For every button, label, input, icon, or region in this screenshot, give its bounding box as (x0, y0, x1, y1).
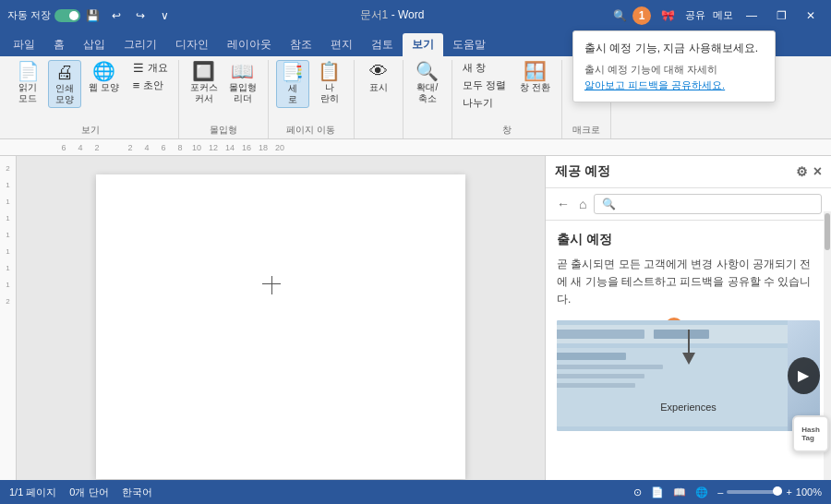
document-area[interactable] (17, 156, 545, 480)
zoom-plus-btn[interactable]: + (786, 486, 791, 498)
close-btn[interactable]: ✕ (798, 6, 824, 25)
ruler-tick: 20 (271, 143, 288, 152)
panel-back-btn[interactable]: ← (555, 195, 572, 213)
tooltip-line1: 출시 예정 기능, 지금 사용해보세요. (584, 41, 764, 56)
new-page-btn[interactable]: 📑 세로 (276, 60, 309, 108)
panel-search-bar[interactable]: 🔍 (594, 194, 822, 214)
app-name: Word (398, 8, 424, 21)
page-count: 1/1 페이지 (9, 486, 56, 499)
panel-section-title: 출시 예정 (557, 232, 820, 248)
zoom-minus-btn[interactable]: – (717, 486, 723, 498)
focus-icon: 🔲 (192, 62, 215, 80)
svg-rect-7 (557, 374, 644, 378)
tooltip-popup: 출시 예정 기능, 지금 사용해보세요. 출시 예정 기능에 대해 자세히 알아… (572, 30, 776, 102)
statusbar-right: ⊙ 📄 📖 🌐 – + 100% (633, 486, 822, 498)
immersive-group-label: 몰입형 (210, 124, 237, 138)
panel-image[interactable]: Experiences ▶ (557, 320, 820, 431)
panel-home-btn[interactable]: ⌂ (577, 195, 588, 213)
lruler-tick: 1 (6, 243, 9, 259)
print-layout-icon[interactable]: 📄 (651, 486, 664, 498)
draft-label: 초안 (143, 78, 163, 92)
read-mode-label: 읽기모드 (18, 82, 37, 104)
read-layout-icon[interactable]: 📖 (673, 486, 686, 498)
focus-btn[interactable]: 🔲 포커스커서 (187, 60, 222, 106)
read-mode-icon: 📄 (17, 62, 40, 80)
ribbon-group-show: 👁 표시 (355, 60, 403, 138)
lruler-tick: 1 (6, 210, 9, 226)
web-mode-icon: 🌐 (92, 62, 115, 80)
outline-btn[interactable]: ☰ 개요 (130, 60, 171, 76)
ruler-tick: 14 (222, 143, 238, 152)
panel-close-btn[interactable]: × (813, 163, 822, 180)
undo-icon[interactable]: ↩ (106, 6, 126, 26)
play-button[interactable]: ▶ (788, 357, 820, 394)
display-btn[interactable]: 👁 표시 (362, 60, 395, 95)
word-count: 0개 단어 (69, 486, 108, 499)
panel-header-controls: ⚙ × (796, 163, 822, 180)
vertical-ruler: 2 1 1 1 1 1 1 1 2 (0, 156, 17, 480)
zoom-slider[interactable] (727, 490, 782, 494)
share-btn[interactable]: 공유 (685, 6, 705, 26)
zoom-slider-thumb (773, 486, 782, 496)
panel-settings-icon[interactable]: ⚙ (796, 164, 808, 179)
panel-search-input[interactable] (620, 198, 813, 210)
tab-home[interactable]: 홈 (44, 33, 74, 56)
save-icon[interactable]: 💾 (82, 6, 102, 26)
tab-view[interactable]: 보기 (403, 33, 443, 56)
web-mode-btn[interactable]: 🌐 웹 모양 (85, 60, 123, 95)
tab-layout[interactable]: 레이아웃 (218, 33, 281, 56)
autosave-toggle[interactable] (54, 9, 80, 22)
tab-draw[interactable]: 그리기 (114, 33, 166, 56)
web-mode-label: 웹 모양 (89, 82, 119, 93)
minimize-btn[interactable]: — (739, 6, 765, 25)
search-titlebar-icon[interactable]: 🔍 (609, 6, 630, 26)
language: 한국어 (122, 486, 152, 499)
immersive-reader-label: 몰입형리더 (229, 82, 257, 104)
hashtag-text: HashTag (801, 426, 820, 442)
customize-icon[interactable]: ∨ (154, 6, 175, 26)
immersive-reader-icon: 📖 (231, 62, 254, 80)
tab-design[interactable]: 디자인 (166, 33, 218, 56)
all-arrange-btn[interactable]: 모두 정렬 (460, 78, 509, 93)
web-layout-icon[interactable]: 🌐 (695, 486, 708, 498)
new-window-btn[interactable]: 새 창 (460, 60, 509, 76)
new-page-icon: 📑 (281, 63, 304, 81)
draft-btn[interactable]: ≡ 초안 (130, 78, 171, 93)
mockup-svg (557, 320, 788, 431)
main-area: 2 1 1 1 1 1 1 1 2 제공 예정 ⚙ × ← ⌂ 🔍 (0, 156, 831, 480)
right-panel: 제공 예정 ⚙ × ← ⌂ 🔍 2 출시 예정 곧 출시되면 모든 고객에게 변… (545, 156, 831, 480)
ruler-tick: 4 (138, 143, 155, 152)
panel-description: 곧 출시되면 모든 고객에게 변경 사항이 공개되기 전에 새 기능을 테스트하… (557, 256, 820, 309)
split-btn[interactable]: 나누기 (460, 95, 509, 111)
redo-icon[interactable]: ↪ (130, 6, 151, 26)
tab-file[interactable]: 파일 (4, 33, 44, 56)
display-label: 표시 (369, 82, 388, 93)
comments-btn[interactable]: 메모 (713, 6, 733, 26)
zoom-btn[interactable]: 🔍 확대/축소 (411, 60, 444, 106)
print-mode-btn[interactable]: 🖨 인쇄모양 (48, 60, 81, 108)
titlebar: 자동 저장 💾 ↩ ↪ ∨ 문서1 - Word 🔍 👤 🎀 1 공유 메모 —… (0, 0, 831, 30)
zoom-level: 100% (796, 486, 822, 498)
focus-mode-icon[interactable]: ⊙ (633, 486, 642, 498)
switch-window-btn[interactable]: 🪟 창 전환 (516, 60, 554, 95)
horizontal-ruler: 6 4 2 2 4 6 8 10 12 14 16 18 20 (0, 139, 831, 156)
tooltip-link[interactable]: 알아보고 피드백을 공유하세요. (584, 79, 725, 90)
side-by-side-label: 나란히 (320, 82, 339, 104)
tab-help[interactable]: 도움말 (443, 33, 495, 56)
tab-references[interactable]: 참조 (281, 33, 321, 56)
tab-review[interactable]: 검토 (362, 33, 403, 56)
view-items: 📄 읽기모드 🖨 인쇄모양 🌐 웹 모양 ☰ 개요 ≡ 초안 (11, 60, 171, 124)
tab-mailings[interactable]: 편지 (321, 33, 362, 56)
doc-name: 문서1 (360, 8, 389, 21)
tab-insert[interactable]: 삽입 (74, 33, 114, 56)
restore-btn[interactable]: ❐ (768, 6, 794, 25)
read-mode-btn[interactable]: 📄 읽기모드 (11, 60, 44, 106)
lruler-tick: 1 (6, 259, 9, 276)
ribbon-group-view: 📄 읽기모드 🖨 인쇄모양 🌐 웹 모양 ☰ 개요 ≡ 초안 (4, 60, 179, 138)
ruler-tick: 12 (205, 143, 222, 152)
zoom-items: 🔍 확대/축소 (411, 60, 444, 138)
ribbon-toggle-icon[interactable]: 🎀 (657, 6, 678, 26)
immersive-reader-btn[interactable]: 📖 몰입형리더 (225, 60, 260, 106)
side-by-side-btn[interactable]: 📋 나란히 (313, 60, 346, 106)
document-page[interactable] (96, 174, 465, 479)
